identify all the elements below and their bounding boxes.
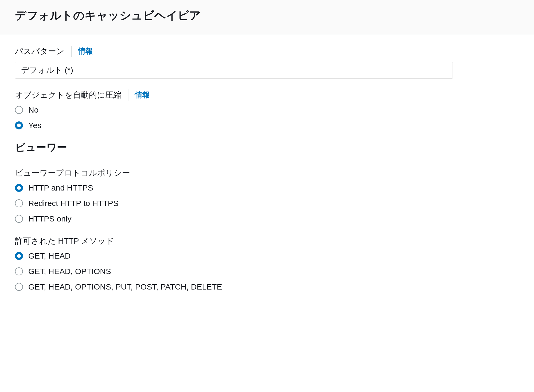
radio-icon-selected	[15, 121, 23, 129]
method-get-head-label: GET, HEAD	[28, 251, 70, 260]
allowed-methods-radio-group: GET, HEAD GET, HEAD, OPTIONS GET, HEAD, …	[15, 251, 519, 291]
section-title: デフォルトのキャッシュビヘイビア	[15, 8, 519, 23]
compress-info-link[interactable]: 情報	[135, 90, 150, 100]
viewer-protocol-field: ビューワープロトコルポリシー HTTP and HTTPS Redirect H…	[15, 168, 519, 223]
method-option-get-head[interactable]: GET, HEAD	[15, 251, 519, 260]
protocol-option-redirect[interactable]: Redirect HTTP to HTTPS	[15, 199, 519, 208]
path-pattern-field: パスパターン 情報	[15, 46, 519, 79]
protocol-https-only-label: HTTPS only	[28, 214, 72, 223]
compress-label-row: オブジェクトを自動的に圧縮 情報	[15, 89, 519, 101]
viewer-protocol-label: ビューワープロトコルポリシー	[15, 168, 519, 179]
method-all-label: GET, HEAD, OPTIONS, PUT, POST, PATCH, DE…	[28, 282, 222, 291]
radio-icon	[15, 106, 23, 114]
radio-icon-selected	[15, 184, 23, 192]
compress-no-label: No	[28, 105, 38, 114]
protocol-redirect-label: Redirect HTTP to HTTPS	[28, 199, 119, 208]
radio-icon	[15, 215, 23, 223]
viewer-heading: ビューワー	[15, 141, 519, 154]
path-pattern-input[interactable]	[15, 62, 453, 79]
allowed-methods-field: 許可された HTTP メソッド GET, HEAD GET, HEAD, OPT…	[15, 236, 519, 291]
protocol-option-http-https[interactable]: HTTP and HTTPS	[15, 183, 519, 192]
radio-icon	[15, 283, 23, 291]
path-pattern-label: パスパターン	[15, 46, 64, 57]
compress-yes-label: Yes	[28, 121, 41, 130]
path-pattern-info-link[interactable]: 情報	[78, 46, 93, 56]
method-option-all[interactable]: GET, HEAD, OPTIONS, PUT, POST, PATCH, DE…	[15, 282, 519, 291]
radio-icon-selected	[15, 252, 23, 260]
method-get-head-options-label: GET, HEAD, OPTIONS	[28, 267, 111, 276]
radio-icon	[15, 267, 23, 275]
divider	[71, 46, 72, 57]
section-header: デフォルトのキャッシュビヘイビア	[0, 0, 534, 34]
path-pattern-label-row: パスパターン 情報	[15, 46, 519, 57]
compress-radio-group: No Yes	[15, 105, 519, 130]
compress-label: オブジェクトを自動的に圧縮	[15, 90, 121, 101]
method-option-get-head-options[interactable]: GET, HEAD, OPTIONS	[15, 267, 519, 276]
allowed-methods-label: 許可された HTTP メソッド	[15, 236, 519, 247]
protocol-http-https-label: HTTP and HTTPS	[28, 183, 93, 192]
form-content: パスパターン 情報 オブジェクトを自動的に圧縮 情報 No Yes ビューワー …	[0, 34, 534, 302]
compress-field: オブジェクトを自動的に圧縮 情報 No Yes	[15, 89, 519, 130]
compress-option-yes[interactable]: Yes	[15, 121, 519, 130]
divider	[128, 89, 128, 101]
protocol-option-https-only[interactable]: HTTPS only	[15, 214, 519, 223]
radio-icon	[15, 199, 23, 207]
viewer-protocol-radio-group: HTTP and HTTPS Redirect HTTP to HTTPS HT…	[15, 183, 519, 223]
compress-option-no[interactable]: No	[15, 105, 519, 114]
